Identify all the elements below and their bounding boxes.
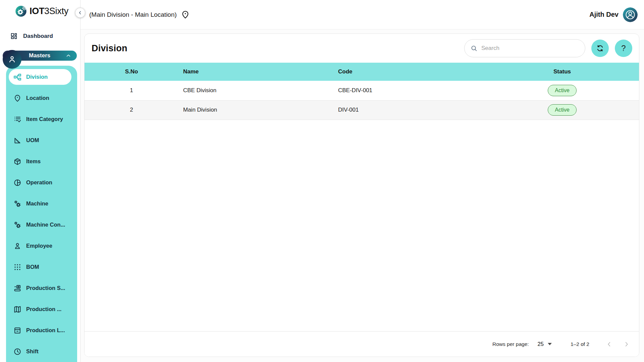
sidebar-item-uom[interactable]: UOM bbox=[9, 132, 71, 148]
chevron-up-icon bbox=[65, 53, 71, 59]
user-avatar-icon[interactable] bbox=[623, 7, 638, 22]
ruler-icon bbox=[13, 136, 21, 144]
division-card: Division bbox=[84, 34, 639, 357]
rows-per-page-value: 25 bbox=[538, 341, 544, 347]
sidebar-item-slot: Division bbox=[6, 66, 77, 87]
user-name: Ajith Dev bbox=[589, 11, 619, 18]
sidebar: IOT3Sixty Dashboard Masters DivisionLoca… bbox=[0, 0, 80, 362]
search-icon bbox=[470, 45, 478, 52]
refresh-icon bbox=[596, 44, 604, 53]
sidebar-item-label: Dashboard bbox=[23, 33, 53, 40]
sidebar-group-masters[interactable]: Masters bbox=[3, 51, 77, 61]
topbar: (Main Division - Main Location) Ajith De… bbox=[80, 0, 644, 29]
sidebar-item-dashboard[interactable]: Dashboard bbox=[10, 32, 80, 40]
location-pin-icon[interactable] bbox=[181, 10, 190, 19]
search-input[interactable] bbox=[464, 39, 585, 57]
cube-icon bbox=[13, 158, 21, 166]
cell-sno: 2 bbox=[85, 100, 178, 120]
sidebar-item-machine-con[interactable]: Machine Con... bbox=[9, 217, 71, 233]
brand-gear-icon bbox=[15, 5, 27, 17]
sidebar-item-slot: BOM bbox=[6, 256, 77, 278]
column-header-code: Code bbox=[333, 63, 485, 81]
rows-per-page-label: Rows per page: bbox=[492, 341, 529, 347]
sidebar-item-label: UOM bbox=[26, 137, 39, 143]
person-icon bbox=[8, 55, 16, 64]
sidebar-item-slot: Operation bbox=[6, 172, 77, 193]
cell-code: CBE-DIV-001 bbox=[333, 81, 485, 100]
sidebar-item-bom[interactable]: BOM bbox=[9, 259, 71, 275]
sidebar-collapse-button[interactable] bbox=[75, 8, 85, 18]
pie-icon bbox=[13, 179, 21, 187]
pin-icon bbox=[13, 94, 21, 102]
gears-icon bbox=[13, 200, 21, 208]
sidebar-item-label: Item Category bbox=[26, 116, 63, 122]
next-page-button[interactable] bbox=[622, 340, 631, 349]
sidebar-item-items[interactable]: Items bbox=[9, 154, 71, 169]
brand-name: IOT3Sixty bbox=[30, 6, 68, 16]
sidebar-item-label: Production S... bbox=[26, 285, 65, 291]
sidebar-item-production-l[interactable]: Production L... bbox=[9, 322, 71, 338]
sidebar-item-slot: Production ... bbox=[6, 299, 77, 320]
search-box bbox=[464, 39, 585, 57]
previous-page-button[interactable] bbox=[605, 340, 613, 349]
sidebar-item-machine[interactable]: Machine bbox=[9, 196, 71, 212]
sidebar-item-label: Production L... bbox=[26, 327, 65, 334]
table-empty-area bbox=[85, 120, 639, 331]
sidebar-item-slot: Production L... bbox=[6, 320, 77, 341]
status-badge: Active bbox=[548, 104, 577, 116]
context-label: (Main Division - Main Location) bbox=[89, 11, 177, 18]
gears-icon bbox=[13, 221, 21, 229]
sidebar-item-slot: Machine Con... bbox=[6, 214, 77, 235]
sidebar-item-slot: UOM bbox=[6, 130, 77, 151]
sidebar-item-label: Location bbox=[26, 95, 49, 101]
table-header: S.No Name Code Status bbox=[85, 63, 639, 81]
sidebar-item-label: Production ... bbox=[26, 306, 61, 312]
cell-sno: 1 bbox=[85, 81, 178, 100]
caret-down-icon bbox=[548, 343, 552, 345]
page-title: Division bbox=[92, 43, 127, 54]
sidebar-item-slot: Location bbox=[6, 87, 77, 109]
rows-per-page-select[interactable]: 25 bbox=[538, 341, 552, 347]
sidebar-item-division[interactable]: Division bbox=[9, 69, 71, 85]
brand-logo: IOT3Sixty bbox=[0, 0, 80, 17]
sidebar-item-label: BOM bbox=[26, 264, 39, 270]
sidebar-item-shift[interactable]: Shift bbox=[9, 344, 71, 359]
sitemap-icon bbox=[13, 73, 21, 81]
content: Division bbox=[80, 29, 644, 362]
cell-status: Active bbox=[485, 81, 639, 100]
question-mark-icon: ? bbox=[621, 44, 626, 53]
list-check-icon bbox=[13, 115, 21, 123]
masters-label: Masters bbox=[29, 52, 50, 59]
column-header-name: Name bbox=[178, 63, 333, 81]
sidebar-item-operation[interactable]: Operation bbox=[9, 175, 71, 190]
column-header-sno: S.No bbox=[85, 63, 178, 81]
table-row[interactable]: 1CBE DivisionCBE-DIV-001Active bbox=[85, 81, 639, 100]
table-row[interactable]: 2Main DivisionDIV-001Active bbox=[85, 100, 639, 120]
sidebar-item-slot: Production S... bbox=[6, 278, 77, 299]
sidebar-item-slot: Item Category bbox=[6, 109, 77, 130]
sidebar-item-item-category[interactable]: Item Category bbox=[9, 111, 71, 127]
card-header: Division bbox=[85, 34, 639, 63]
sidebar-item-location[interactable]: Location bbox=[9, 90, 71, 106]
status-badge: Active bbox=[548, 85, 577, 96]
archive-icon bbox=[13, 326, 21, 335]
sidebar-item-employee[interactable]: Employee bbox=[9, 238, 71, 254]
help-button[interactable]: ? bbox=[615, 40, 632, 57]
sidebar-submenu: DivisionLocationItem CategoryUOMItemsOpe… bbox=[6, 66, 77, 362]
sidebar-item-production-s[interactable]: Production S... bbox=[9, 280, 71, 296]
printer-icon bbox=[13, 284, 21, 292]
sidebar-item-slot: Machine bbox=[6, 193, 77, 214]
cell-status: Active bbox=[485, 100, 639, 120]
map-icon bbox=[13, 305, 21, 313]
sidebar-item-label: Employee bbox=[26, 243, 52, 249]
pagination-range: 1–2 of 2 bbox=[571, 341, 589, 347]
clock-icon bbox=[13, 348, 21, 356]
person-icon bbox=[13, 242, 21, 250]
sidebar-item-slot: Items bbox=[6, 151, 77, 172]
chevron-left-icon bbox=[605, 341, 613, 348]
sidebar-item-production[interactable]: Production ... bbox=[9, 301, 71, 317]
refresh-button[interactable] bbox=[591, 40, 609, 57]
sidebar-item-slot: Employee bbox=[6, 235, 77, 256]
division-table: S.No Name Code Status 1CBE DivisionCBE-D… bbox=[85, 63, 639, 120]
main-area: (Main Division - Main Location) Ajith De… bbox=[80, 0, 644, 362]
